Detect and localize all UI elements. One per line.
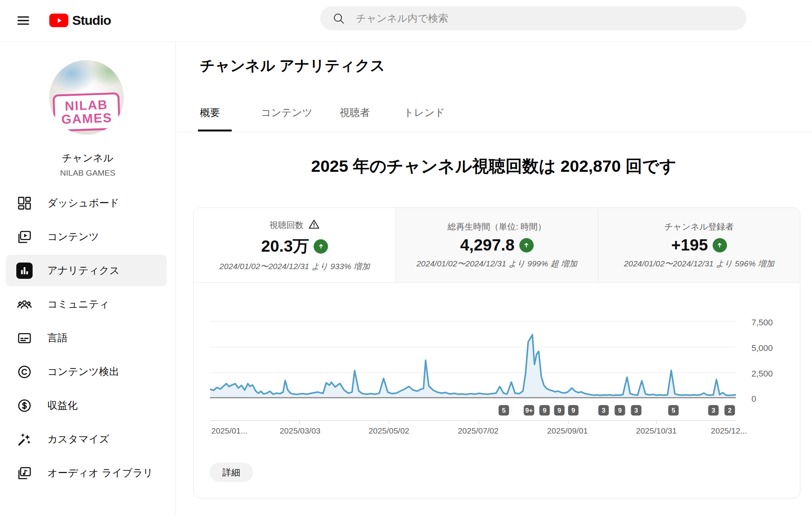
x-axis-tick bbox=[479, 420, 479, 424]
active-tab-underline bbox=[198, 130, 232, 131]
sidebar-item-label: カスタマイズ bbox=[47, 432, 109, 446]
sidebar-item-content[interactable]: コンテンツ bbox=[0, 220, 175, 254]
trend-up-icon bbox=[314, 239, 328, 254]
channel-name: NILAB GAMES bbox=[0, 168, 175, 178]
youtube-play-icon bbox=[49, 14, 68, 27]
audio-library-icon bbox=[16, 465, 33, 481]
avatar-badge-line2: GAMES bbox=[61, 111, 113, 126]
search-bar[interactable] bbox=[320, 6, 746, 30]
analytics-icon bbox=[16, 263, 33, 279]
monetization-icon bbox=[16, 397, 33, 414]
sidebar-item-label: コンテンツ検出 bbox=[47, 365, 119, 378]
x-axis-tick bbox=[656, 420, 657, 424]
x-axis-label: 2025/12... bbox=[711, 426, 747, 436]
x-axis-label: 2025/03/03 bbox=[279, 426, 320, 436]
video-count-badge[interactable]: 5 bbox=[499, 405, 509, 416]
video-count-badge[interactable]: 9+ bbox=[524, 405, 534, 416]
sidebar-item-label: コンテンツ bbox=[47, 230, 99, 244]
tab-overview[interactable]: 概要 bbox=[200, 106, 220, 119]
metric-comparison: 2024/01/02〜2024/12/31 より 596% 増加 bbox=[624, 258, 774, 269]
video-count-badge[interactable]: 9 bbox=[615, 405, 625, 416]
sidebar-item-label: 収益化 bbox=[47, 399, 78, 412]
tab-content[interactable]: コンテンツ bbox=[261, 106, 312, 119]
metric-card-views[interactable]: 視聴回数20.3万2024/01/02〜2024/12/31 より 933% 増… bbox=[194, 208, 396, 282]
x-axis-tick bbox=[389, 420, 389, 424]
sidebar-item-audio-library[interactable]: オーディオ ライブラリ bbox=[0, 456, 175, 490]
content-icon bbox=[16, 229, 33, 245]
channel-label: チャンネル bbox=[0, 151, 175, 165]
y-axis-label: 5,000 bbox=[751, 343, 786, 353]
sidebar-item-customization[interactable]: カスタマイズ bbox=[0, 422, 175, 456]
x-axis-label: 2025/05/02 bbox=[368, 426, 409, 436]
chart-x-axis-line bbox=[210, 420, 736, 421]
tab-audience[interactable]: 視聴者 bbox=[340, 106, 370, 119]
y-axis-label: 7,500 bbox=[751, 318, 786, 328]
page-title: チャンネル アナリティクス bbox=[200, 56, 385, 76]
metric-label: チャンネル登録者 bbox=[665, 221, 734, 233]
x-axis-label: 2025/10/31 bbox=[636, 426, 677, 436]
views-line-chart[interactable] bbox=[210, 295, 736, 398]
x-axis-tick bbox=[299, 420, 300, 424]
video-count-badge[interactable]: 5 bbox=[668, 405, 679, 416]
metric-comparison: 2024/01/02〜2024/12/31 より 933% 増加 bbox=[219, 261, 370, 272]
trend-up-icon bbox=[713, 238, 727, 252]
dashboard-icon bbox=[16, 195, 33, 211]
sidebar-item-copyright[interactable]: コンテンツ検出 bbox=[0, 355, 175, 389]
menu-icon[interactable] bbox=[16, 13, 31, 28]
video-count-badge[interactable]: 9 bbox=[554, 405, 565, 416]
customization-icon bbox=[16, 431, 33, 448]
sidebar-menu: ダッシュボードコンテンツアナリティクスコミュニティ言語コンテンツ検出収益化カスタ… bbox=[0, 186, 175, 490]
metric-label: 視聴回数 bbox=[269, 218, 320, 232]
trend-up-icon bbox=[519, 238, 534, 252]
metric-value: +195 bbox=[671, 236, 727, 254]
x-axis-label: 2025/07/02 bbox=[458, 426, 498, 436]
video-count-badge[interactable]: 3 bbox=[631, 405, 642, 416]
details-button[interactable]: 詳細 bbox=[210, 463, 253, 482]
analytics-card: 視聴回数20.3万2024/01/02〜2024/12/31 より 933% 増… bbox=[193, 207, 800, 498]
metric-label: 総再生時間（単位: 時間） bbox=[448, 221, 546, 233]
metric-value: 20.3万 bbox=[261, 235, 328, 257]
video-count-badge[interactable]: 9 bbox=[568, 405, 579, 416]
sidebar-item-label: 言語 bbox=[47, 331, 68, 345]
copyright-icon bbox=[16, 364, 33, 380]
video-count-badge[interactable]: 3 bbox=[708, 405, 719, 416]
views-headline: 2025 年のチャンネル視聴回数は 202,870 回です bbox=[175, 155, 812, 178]
metric-value: 4,297.8 bbox=[460, 236, 533, 254]
video-count-badge[interactable]: 9 bbox=[540, 405, 550, 416]
sidebar-item-analytics[interactable]: アナリティクス bbox=[0, 254, 175, 287]
x-axis-tick bbox=[568, 420, 569, 424]
sidebar-item-label: ダッシュボード bbox=[47, 196, 120, 210]
search-input[interactable] bbox=[355, 12, 706, 25]
channel-avatar[interactable]: NILAB GAMES bbox=[49, 60, 124, 135]
tab-trends[interactable]: トレンド bbox=[404, 106, 445, 119]
metric-cards-row: 視聴回数20.3万2024/01/02〜2024/12/31 より 933% 増… bbox=[194, 208, 800, 283]
search-icon bbox=[332, 12, 345, 25]
sidebar-item-label: オーディオ ライブラリ bbox=[47, 466, 153, 480]
x-axis-label: 2025/09/01 bbox=[547, 426, 588, 436]
top-header: Studio bbox=[0, 0, 812, 42]
sidebar-item-label: アナリティクス bbox=[47, 264, 120, 277]
x-axis-label: 2025/01... bbox=[211, 426, 247, 436]
sidebar-item-subtitles[interactable]: 言語 bbox=[0, 321, 175, 355]
sidebar-item-monetization[interactable]: 収益化 bbox=[0, 389, 175, 422]
sidebar-item-community[interactable]: コミュニティ bbox=[0, 287, 175, 321]
community-icon bbox=[16, 296, 33, 313]
analytics-tabs: 概要コンテンツ視聴者トレンド bbox=[175, 104, 812, 132]
metric-card-watch-time[interactable]: 総再生時間（単位: 時間）4,297.82024/01/02〜2024/12/3… bbox=[396, 208, 598, 282]
sidebar: NILAB GAMES チャンネル NILAB GAMES ダッシュボードコンテ… bbox=[0, 41, 176, 515]
studio-wordmark: Studio bbox=[72, 13, 111, 28]
warning-icon bbox=[308, 218, 320, 232]
avatar-badge: NILAB GAMES bbox=[52, 92, 120, 132]
subtitles-icon bbox=[16, 330, 33, 346]
metric-card-subscribers[interactable]: チャンネル登録者+1952024/01/02〜2024/12/31 より 596… bbox=[598, 208, 800, 282]
metric-comparison: 2024/01/02〜2024/12/31 より 999% 超 増加 bbox=[416, 258, 577, 269]
sidebar-item-label: コミュニティ bbox=[47, 297, 109, 311]
youtube-studio-logo[interactable]: Studio bbox=[49, 13, 111, 28]
y-axis-label: 2,500 bbox=[751, 369, 786, 379]
video-count-badge[interactable]: 3 bbox=[599, 405, 609, 416]
video-count-badge[interactable]: 2 bbox=[725, 405, 735, 416]
y-axis-label: 0 bbox=[751, 394, 786, 404]
sidebar-item-dashboard[interactable]: ダッシュボード bbox=[0, 186, 175, 220]
